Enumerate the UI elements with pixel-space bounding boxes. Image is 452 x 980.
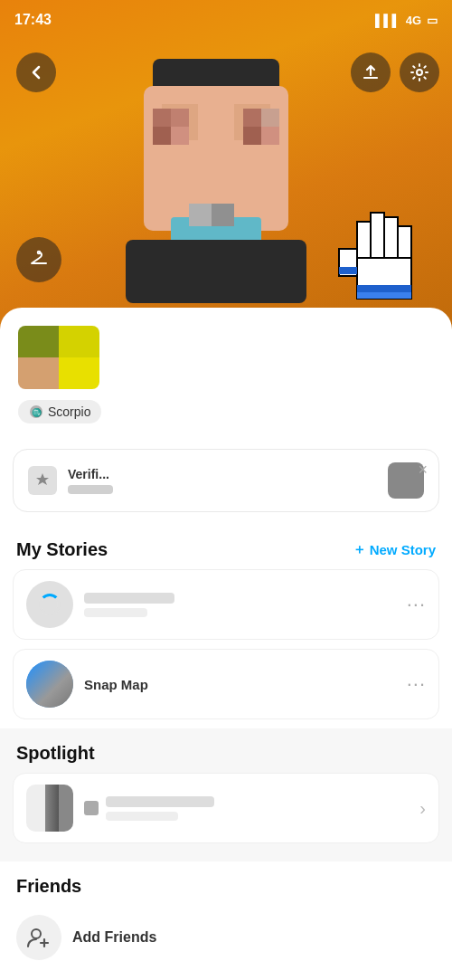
spotlight-chevron-icon[interactable]: › bbox=[419, 798, 426, 819]
svg-rect-5 bbox=[384, 217, 398, 258]
swatch-bottom-right bbox=[59, 357, 99, 389]
verified-title: Verifi... bbox=[68, 467, 377, 481]
spotlight-section: Spotlight › bbox=[0, 728, 452, 861]
story-info-2: Snap Map bbox=[84, 677, 396, 692]
avatar-swatches-section bbox=[0, 326, 452, 398]
story-more-button-1[interactable]: ··· bbox=[407, 593, 426, 616]
spotlight-meta-placeholder bbox=[106, 812, 178, 821]
cursor-pointer bbox=[330, 195, 438, 303]
spotlight-thumb-inner bbox=[26, 785, 73, 832]
upload-button[interactable] bbox=[351, 52, 391, 92]
svg-rect-3 bbox=[357, 222, 371, 258]
spotlight-thumbnail bbox=[26, 785, 73, 832]
story-avatar-2 bbox=[26, 661, 73, 708]
zodiac-section: ♏ Scorpio bbox=[0, 398, 452, 436]
new-story-plus-icon: ＋ bbox=[353, 541, 366, 558]
svg-rect-10 bbox=[357, 292, 411, 299]
swatch-bottom-left bbox=[18, 357, 59, 389]
spotlight-header: Spotlight bbox=[0, 728, 452, 773]
my-stories-header: My Stories ＋ New Story bbox=[0, 525, 452, 569]
story-name-placeholder-1 bbox=[84, 593, 174, 604]
svg-point-13 bbox=[32, 929, 41, 938]
add-friends-label: Add Friends bbox=[72, 929, 156, 946]
new-story-button[interactable]: ＋ New Story bbox=[353, 541, 436, 558]
status-icons: ▌▌▌ 4G ▭ bbox=[375, 14, 438, 27]
story-item-1[interactable]: ··· bbox=[13, 569, 439, 640]
svg-rect-4 bbox=[371, 213, 384, 258]
swatch-top-right bbox=[59, 326, 99, 357]
add-friends-icon bbox=[16, 915, 61, 960]
story-item-2[interactable]: Snap Map ··· bbox=[13, 649, 439, 719]
wardrobe-button[interactable] bbox=[16, 237, 61, 282]
spotlight-title: Spotlight bbox=[16, 743, 95, 764]
swatch-top-left bbox=[18, 326, 59, 357]
network-type: 4G bbox=[406, 14, 421, 27]
story-more-button-2[interactable]: ··· bbox=[407, 672, 426, 696]
loading-spinner bbox=[39, 594, 61, 615]
friends-title: Friends bbox=[16, 876, 81, 897]
spotlight-title-placeholder bbox=[106, 796, 214, 807]
story-name-2: Snap Map bbox=[84, 677, 396, 692]
back-button[interactable] bbox=[16, 52, 56, 92]
spotlight-info bbox=[106, 796, 409, 821]
status-bar: 17:43 ▌▌▌ 4G ▭ bbox=[0, 0, 452, 40]
scorpio-icon: ♏ bbox=[29, 404, 43, 419]
svg-point-0 bbox=[417, 70, 422, 75]
verified-icon bbox=[28, 466, 57, 495]
verified-close-button[interactable]: × bbox=[418, 461, 428, 480]
spotlight-play-icon bbox=[84, 801, 99, 815]
story-meta-placeholder-1 bbox=[84, 608, 147, 617]
status-time: 17:43 bbox=[14, 12, 52, 28]
story-avatar-1 bbox=[26, 581, 73, 628]
color-swatches bbox=[18, 326, 99, 389]
spotlight-item[interactable]: › bbox=[13, 773, 439, 843]
svg-text:♏: ♏ bbox=[32, 407, 42, 418]
my-stories-title: My Stories bbox=[16, 539, 108, 560]
signal-bars-icon: ▌▌▌ bbox=[375, 14, 400, 27]
svg-rect-9 bbox=[339, 267, 357, 274]
verified-subtitle-placeholder bbox=[68, 485, 113, 494]
svg-rect-6 bbox=[398, 226, 411, 258]
verified-banner: Verifi... × bbox=[13, 449, 439, 512]
verified-text-area: Verifi... bbox=[68, 467, 377, 494]
settings-button[interactable] bbox=[400, 52, 439, 92]
story-info-1 bbox=[84, 593, 396, 617]
new-story-label: New Story bbox=[370, 542, 436, 557]
add-friends-item[interactable]: Add Friends bbox=[13, 906, 439, 969]
spotlight-content bbox=[84, 796, 409, 821]
friends-section: Friends Add Friends bbox=[0, 861, 452, 980]
friends-header: Friends bbox=[0, 861, 452, 906]
svg-rect-8 bbox=[357, 285, 411, 292]
profile-avatar bbox=[117, 59, 315, 303]
battery-icon: ▭ bbox=[427, 14, 438, 27]
zodiac-label: Scorpio bbox=[48, 404, 90, 419]
hero-section: 17:43 ▌▌▌ 4G ▭ bbox=[0, 0, 452, 335]
zodiac-badge[interactable]: ♏ Scorpio bbox=[18, 400, 101, 423]
content-card: ♏ Scorpio Verifi... × My Stories ＋ New S… bbox=[0, 308, 452, 980]
